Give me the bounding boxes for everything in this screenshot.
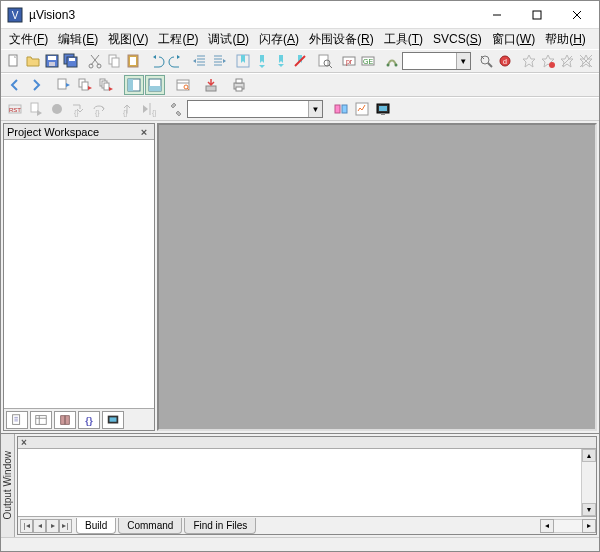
disable-breakpoint-button[interactable] [558, 51, 576, 71]
output-window-toggle[interactable] [145, 75, 165, 95]
menu-flash[interactable]: 闪存(A) [255, 30, 303, 49]
svg-text:{}: {} [95, 109, 100, 117]
menu-help[interactable]: 帮助(H) [541, 30, 590, 49]
close-button[interactable] [557, 2, 597, 28]
copy-button[interactable] [105, 51, 123, 71]
chevron-down-icon[interactable]: ▼ [456, 53, 470, 69]
tab-command[interactable]: Command [118, 518, 182, 534]
toolbar-build [1, 73, 599, 97]
menu-tools[interactable]: 工具(T) [380, 30, 427, 49]
rebuild-button[interactable] [96, 75, 116, 95]
redo-button[interactable] [167, 51, 185, 71]
toolbox-button[interactable] [166, 99, 186, 119]
menu-edit[interactable]: 编辑(E) [54, 30, 102, 49]
nav-back-button[interactable] [5, 75, 25, 95]
output-text-area[interactable]: ▲ ▼ [18, 449, 596, 516]
tab-find-in-files[interactable]: Find in Files [184, 518, 256, 534]
download-button[interactable] [201, 75, 221, 95]
tab-nav-next[interactable]: ▸ [46, 519, 59, 533]
svg-rect-46 [58, 79, 66, 89]
watch-window-button[interactable] [373, 99, 393, 119]
output-tabs: |◂ ◂ ▸ ▸| Build Command Find in Files ◂ … [18, 516, 596, 534]
target-combo[interactable]: ▼ [402, 52, 471, 70]
step-out-button[interactable]: {} [117, 99, 137, 119]
target-config-icon[interactable] [383, 51, 401, 71]
insert-breakpoint-button[interactable] [520, 51, 538, 71]
svg-rect-83 [36, 415, 47, 424]
serial-window-button[interactable] [331, 99, 351, 119]
debug-session-button[interactable]: d [496, 51, 514, 71]
menu-view[interactable]: 视图(V) [104, 30, 152, 49]
run-to-cursor-button[interactable]: {} [138, 99, 158, 119]
menu-debug[interactable]: 调试(D) [204, 30, 253, 49]
translate-button[interactable] [54, 75, 74, 95]
tab-build[interactable]: Build [76, 518, 116, 534]
scroll-down-icon[interactable]: ▼ [582, 503, 596, 516]
tab-regs[interactable] [30, 411, 52, 429]
build-button[interactable] [75, 75, 95, 95]
tab-nav-first[interactable]: |◂ [20, 519, 33, 533]
remove-breakpoint-button[interactable] [539, 51, 557, 71]
step-into-button[interactable]: {} [68, 99, 88, 119]
find-in-files-button[interactable] [477, 51, 495, 71]
project-window-toggle[interactable] [124, 75, 144, 95]
menu-peripherals[interactable]: 外围设备(R) [305, 30, 378, 49]
tab-templates[interactable] [102, 411, 124, 429]
project-tree[interactable] [4, 140, 154, 408]
find-button[interactable] [316, 51, 334, 71]
bookmark-toggle-button[interactable] [234, 51, 252, 71]
step-over-button[interactable]: {} [89, 99, 109, 119]
menu-svcs[interactable]: SVCS(S) [429, 31, 486, 47]
stop-button[interactable] [47, 99, 67, 119]
menubar: 文件(F) 编辑(E) 视图(V) 工程(P) 调试(D) 闪存(A) 外围设备… [1, 29, 599, 49]
scroll-up-icon[interactable]: ▲ [582, 449, 596, 462]
tab-functions[interactable]: {} [78, 411, 100, 429]
svg-rect-53 [128, 79, 133, 91]
undo-button[interactable] [148, 51, 166, 71]
open-file-button[interactable] [24, 51, 42, 71]
svg-point-42 [549, 62, 555, 68]
analysis-window-button[interactable] [352, 99, 372, 119]
menu-file[interactable]: 文件(F) [5, 30, 52, 49]
indent-right-button[interactable] [210, 51, 228, 71]
output-close-button[interactable]: × [18, 437, 30, 448]
paste-button[interactable] [124, 51, 142, 71]
new-file-button[interactable] [5, 51, 23, 71]
bookmark-next-button[interactable] [272, 51, 290, 71]
print-button[interactable] [229, 75, 249, 95]
output-vscrollbar[interactable]: ▲ ▼ [581, 449, 596, 516]
maximize-button[interactable] [517, 2, 557, 28]
run-button[interactable] [26, 99, 46, 119]
debug-ge-button[interactable]: GE [359, 51, 377, 71]
nav-forward-button[interactable] [26, 75, 46, 95]
debug-printf-button[interactable]: pr [340, 51, 358, 71]
save-all-button[interactable] [62, 51, 80, 71]
svg-rect-66 [31, 103, 38, 112]
menu-project[interactable]: 工程(P) [154, 30, 202, 49]
tab-nav-last[interactable]: ▸| [59, 519, 72, 533]
svg-rect-18 [130, 57, 136, 65]
options-button[interactable] [173, 75, 193, 95]
indent-left-button[interactable] [191, 51, 209, 71]
output-hscrollbar[interactable]: ◂ ▸ [540, 519, 596, 533]
panel-close-button[interactable]: × [137, 126, 151, 138]
tab-files[interactable] [6, 411, 28, 429]
scroll-right-icon[interactable]: ▸ [582, 519, 596, 533]
tab-books[interactable] [54, 411, 76, 429]
scroll-left-icon[interactable]: ◂ [540, 519, 554, 533]
chevron-down-icon[interactable]: ▼ [308, 101, 322, 117]
save-button[interactable] [43, 51, 61, 71]
search-combo[interactable]: ▼ [187, 100, 323, 118]
kill-breakpoints-button[interactable] [577, 51, 595, 71]
tab-nav-prev[interactable]: ◂ [33, 519, 46, 533]
cut-button[interactable] [86, 51, 104, 71]
svg-text:{}: {} [152, 109, 156, 117]
minimize-button[interactable] [477, 2, 517, 28]
workspace-tabs: {} [4, 408, 154, 430]
mdi-area [157, 123, 597, 431]
output-panel: × ▲ ▼ |◂ ◂ ▸ ▸| Build Command Find in Fi… [17, 436, 597, 535]
reset-button[interactable]: RST [5, 99, 25, 119]
menu-window[interactable]: 窗口(W) [488, 30, 539, 49]
bookmark-prev-button[interactable] [253, 51, 271, 71]
bookmark-clear-button[interactable] [291, 51, 309, 71]
